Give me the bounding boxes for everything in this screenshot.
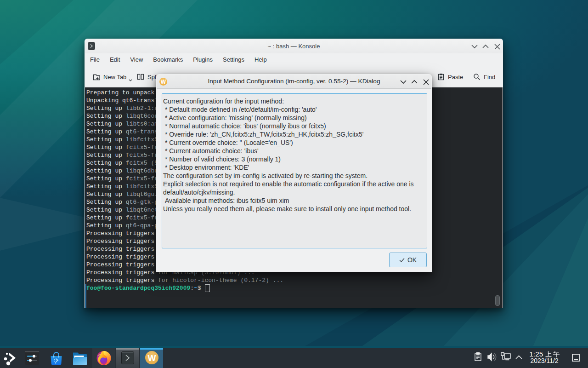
svg-text:W: W — [148, 353, 156, 363]
